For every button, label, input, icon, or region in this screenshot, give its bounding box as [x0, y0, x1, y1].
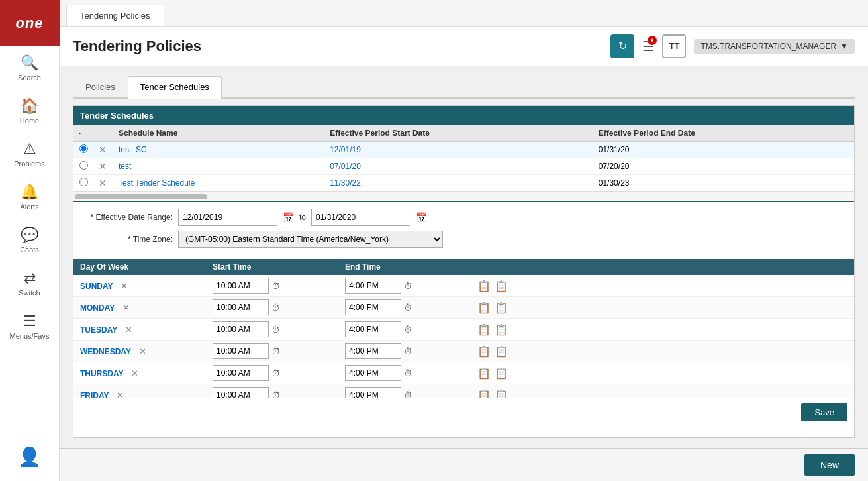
- scroll-thumb[interactable]: [75, 194, 207, 199]
- day-label: MONDAY: [80, 303, 115, 313]
- search-icon: 🔍: [21, 54, 38, 72]
- paste-icon[interactable]: 📋: [495, 323, 508, 336]
- sidebar-item-home[interactable]: 🏠 Home: [0, 89, 59, 133]
- delete-monday-icon[interactable]: ✕: [122, 303, 130, 313]
- paste-icon[interactable]: 📋: [495, 345, 508, 358]
- schedule-name-link[interactable]: test_SC: [119, 145, 147, 154]
- delete-row-icon[interactable]: ✕: [99, 144, 107, 155]
- schedules-table-wrapper[interactable]: · Schedule Name Effective Period Start D…: [73, 125, 854, 191]
- copy-icon[interactable]: 📋: [477, 301, 491, 314]
- day-label: TUESDAY: [80, 325, 117, 335]
- tuesday-start-group: ⏱: [213, 321, 345, 337]
- paste-icon[interactable]: 📋: [495, 301, 508, 314]
- tuesday-end-clock-icon[interactable]: ⏱: [404, 325, 412, 335]
- monday-start-clock-icon[interactable]: ⏱: [271, 303, 280, 313]
- user-role-label: TMS.TRANSPORTATION_MANAGER: [700, 42, 836, 51]
- sidebar-item-switch[interactable]: ⇄ Switch: [0, 262, 59, 305]
- tab-tendering-policies[interactable]: Tendering Policies: [66, 5, 164, 26]
- horizontal-scrollbar[interactable]: [73, 191, 854, 201]
- row-select-radio[interactable]: [79, 144, 88, 153]
- delete-row-icon[interactable]: ✕: [99, 178, 107, 188]
- wednesday-end-input[interactable]: [345, 343, 401, 359]
- monday-end-input[interactable]: [345, 299, 401, 315]
- dow-day-thursday: THURSDAY ✕: [80, 368, 213, 378]
- paste-icon[interactable]: 📋: [495, 389, 508, 398]
- wednesday-start-clock-icon[interactable]: ⏱: [271, 347, 280, 356]
- dow-day-tuesday: TUESDAY ✕: [80, 325, 213, 335]
- schedule-name-link[interactable]: Test Tender Schedule: [119, 178, 195, 187]
- table-row[interactable]: ✕ test 07/01/20 07/20/20: [73, 158, 854, 175]
- schedule-name-link[interactable]: test: [119, 162, 131, 171]
- end-calendar-icon[interactable]: 📅: [416, 212, 427, 223]
- delete-tuesday-icon[interactable]: ✕: [125, 325, 132, 335]
- delete-row-icon[interactable]: ✕: [99, 161, 107, 172]
- copy-icon[interactable]: 📋: [477, 280, 491, 292]
- delete-wednesday-icon[interactable]: ✕: [139, 347, 146, 356]
- tuesday-start-clock-icon[interactable]: ⏱: [271, 325, 280, 335]
- schedule-start-link[interactable]: 07/01/20: [330, 162, 361, 171]
- monday-end-clock-icon[interactable]: ⏱: [404, 303, 412, 313]
- schedule-start-link[interactable]: 12/01/19: [330, 145, 361, 154]
- friday-start-clock-icon[interactable]: ⏱: [271, 390, 280, 398]
- friday-start-input[interactable]: [213, 387, 269, 398]
- start-date-input[interactable]: [178, 209, 277, 226]
- copy-icon[interactable]: 📋: [477, 323, 491, 336]
- header-actions: ↻ ☰ ★ TT TMS.TRANSPORTATION_MANAGER ▼: [610, 34, 855, 58]
- dow-row-wednesday: WEDNESDAY ✕ ⏱ ⏱ 📋 📋: [73, 341, 854, 362]
- table-row[interactable]: ✕ test_SC 12/01/19 01/31/20: [73, 142, 854, 158]
- sub-tabs: Policies Tender Schedules: [73, 76, 855, 99]
- end-date-input[interactable]: [311, 209, 410, 226]
- tuesday-start-input[interactable]: [213, 321, 269, 337]
- sunday-start-input[interactable]: [213, 278, 269, 294]
- schedule-start-link[interactable]: 11/30/22: [330, 178, 361, 187]
- col-end-date: Effective Period End Date: [593, 125, 854, 142]
- table-row[interactable]: ✕ Test Tender Schedule 11/30/22 01/30/23: [73, 175, 854, 191]
- thursday-start-clock-icon[interactable]: ⏱: [271, 368, 280, 378]
- sidebar-item-search[interactable]: 🔍 Search: [0, 46, 59, 89]
- thursday-end-input[interactable]: [345, 365, 401, 381]
- user-role-dropdown[interactable]: TMS.TRANSPORTATION_MANAGER ▼: [694, 39, 855, 54]
- delete-sunday-icon[interactable]: ✕: [121, 281, 128, 291]
- delete-thursday-icon[interactable]: ✕: [131, 368, 138, 378]
- refresh-icon: ↻: [618, 40, 627, 52]
- thursday-end-clock-icon[interactable]: ⏱: [404, 368, 412, 378]
- copy-icon[interactable]: 📋: [477, 367, 491, 380]
- row-select-radio[interactable]: [79, 178, 88, 186]
- tuesday-actions: 📋 📋: [477, 323, 847, 336]
- copy-icon[interactable]: 📋: [477, 389, 491, 398]
- sidebar-item-chats[interactable]: 💬 Chats: [0, 219, 59, 262]
- sunday-end-clock-icon[interactable]: ⏱: [404, 281, 412, 291]
- dow-row-thursday: THURSDAY ✕ ⏱ ⏱ 📋 📋: [73, 362, 854, 384]
- tab-policies[interactable]: Policies: [73, 76, 128, 97]
- friday-end-clock-icon[interactable]: ⏱: [404, 390, 412, 398]
- dow-table-body[interactable]: SUNDAY ✕ ⏱ ⏱ 📋 📋: [73, 275, 854, 398]
- wednesday-end-clock-icon[interactable]: ⏱: [404, 347, 412, 356]
- chat-icon: 💬: [21, 227, 38, 244]
- wednesday-start-input[interactable]: [213, 343, 269, 359]
- chevron-down-icon: ▼: [840, 42, 848, 51]
- sidebar-item-avatar[interactable]: 👤: [0, 438, 59, 476]
- app-logo[interactable]: one: [0, 0, 60, 46]
- sunday-start-clock-icon[interactable]: ⏱: [271, 281, 280, 291]
- tab-tender-schedules[interactable]: Tender Schedules: [128, 76, 222, 99]
- sidebar-item-alerts[interactable]: 🔔 Alerts: [0, 176, 59, 219]
- refresh-button[interactable]: ↻: [610, 34, 634, 58]
- paste-icon[interactable]: 📋: [495, 280, 508, 292]
- monday-start-input[interactable]: [213, 299, 269, 315]
- thursday-start-input[interactable]: [213, 365, 269, 381]
- delete-friday-icon[interactable]: ✕: [117, 390, 124, 398]
- sidebar-item-menus[interactable]: ☰ Menus/Favs: [0, 305, 59, 348]
- sidebar-item-problems[interactable]: ⚠ Problems: [0, 133, 59, 176]
- notification-button[interactable]: ☰ ★: [642, 38, 654, 54]
- sunday-end-input[interactable]: [345, 278, 401, 294]
- timezone-select[interactable]: (GMT-05:00) Eastern Standard Time (Ameri…: [178, 231, 443, 248]
- copy-icon[interactable]: 📋: [477, 345, 491, 358]
- row-select-radio[interactable]: [79, 161, 88, 170]
- friday-end-input[interactable]: [345, 387, 401, 398]
- new-button[interactable]: New: [804, 454, 855, 476]
- start-calendar-icon[interactable]: 📅: [283, 212, 294, 223]
- paste-icon[interactable]: 📋: [495, 367, 508, 380]
- tuesday-end-input[interactable]: [345, 321, 401, 337]
- dow-day-sunday: SUNDAY ✕: [80, 281, 213, 291]
- save-button[interactable]: Save: [801, 403, 847, 421]
